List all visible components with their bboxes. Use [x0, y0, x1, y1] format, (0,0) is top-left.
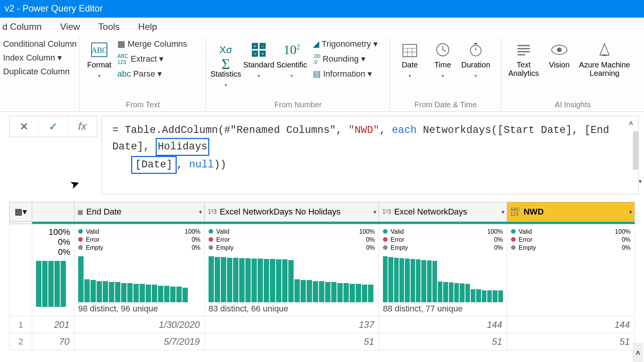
rounding-icon: .00.0: [313, 53, 320, 65]
info-icon: ▤: [313, 69, 321, 79]
conditional-column-button[interactable]: Conditional Column: [3, 39, 77, 49]
stub-error-pct: 0%: [58, 237, 70, 247]
ribbon: Conditional Column Index Column ▾ Duplic…: [0, 36, 644, 112]
group-from-number: From Number: [206, 100, 390, 109]
duration-icon: [467, 41, 485, 59]
noholidays-header[interactable]: 1²3 Excel NetworkDays No Holidays ▾: [205, 202, 379, 222]
aml-icon: [595, 41, 614, 59]
vision-button[interactable]: Vision: [543, 39, 576, 70]
extract-button[interactable]: ABC123Extract ▾: [117, 53, 187, 65]
format-icon: ABC: [90, 41, 108, 59]
standard-icon: +−÷×: [250, 41, 268, 59]
number-type-icon: 1²3: [382, 208, 391, 215]
data-rows: 12011/30/20201371441442705/7/2019515151: [9, 316, 639, 350]
noholidays-distinct: 83 distinct, 66 unique: [209, 304, 375, 314]
format-button[interactable]: ABC Format: [83, 39, 116, 80]
end-date-header[interactable]: ▦ End Date ▾: [74, 202, 205, 222]
svg-rect-10: [403, 44, 417, 57]
stub-valid-pct: 100%: [49, 227, 70, 237]
date-icon: [401, 41, 419, 59]
table-row[interactable]: 12011/30/2020137144144: [9, 316, 639, 333]
formula-bar: ✕ ✓ fx = Table.AddColumn(#"Renamed Colum…: [0, 112, 644, 202]
svg-text:+: +: [253, 44, 256, 49]
noholidays-sparkline: [209, 252, 375, 302]
rounding-button[interactable]: .00.0Rounding ▾: [313, 53, 378, 65]
information-button[interactable]: ▤Information ▾: [313, 69, 378, 79]
any-type-icon: ABC123: [510, 207, 521, 216]
window-title: v2 - Power Query Editor: [5, 3, 103, 13]
start-date-header-stub[interactable]: ▾: [32, 202, 74, 222]
tab-view[interactable]: View: [60, 21, 80, 32]
stub-empty-pct: 0%: [58, 247, 70, 257]
trig-icon: ◢: [313, 39, 319, 49]
svg-point-26: [557, 48, 562, 52]
time-button[interactable]: Time: [426, 39, 459, 80]
networkdays-header[interactable]: 1²3 Excel NetworkDays ▾: [379, 202, 507, 222]
group-ai-insights: AI Insights: [501, 100, 644, 109]
svg-rect-20: [474, 43, 477, 44]
data-preview: ▦▾ ▾ ▦ End Date ▾ 1²3 Excel NetworkDays …: [0, 202, 644, 350]
text-analytics-button[interactable]: Text Analytics: [504, 39, 543, 79]
group-from-datetime: From Date & Time: [390, 100, 501, 109]
parse-icon: abc: [117, 69, 131, 79]
group-from-text: From Text: [80, 100, 206, 109]
formula-editor[interactable]: = Table.AddColumn(#"Renamed Columns", "N…: [101, 116, 639, 194]
fx-button[interactable]: fx: [68, 116, 97, 137]
nwd-sparkline: [511, 252, 631, 302]
duration-button[interactable]: Duration: [459, 39, 492, 80]
cancel-formula-button[interactable]: ✕: [10, 116, 39, 137]
filter-icon[interactable]: ▾: [199, 208, 202, 216]
highlight-date: [Date]: [131, 156, 177, 174]
time-icon: [434, 41, 452, 59]
vertical-scrollbar[interactable]: ʌ: [632, 343, 643, 362]
trigonometry-button[interactable]: ◢Trigonometry ▾: [313, 39, 378, 49]
date-button[interactable]: Date: [393, 39, 426, 80]
filter-icon[interactable]: ▾: [629, 208, 632, 216]
number-type-icon: 1²3: [208, 208, 217, 215]
table-row[interactable]: 2705/7/2019515151: [9, 333, 639, 350]
start-stub-sparkline: [36, 257, 70, 307]
end-date-distinct: 98 distinct, 96 unique: [78, 304, 200, 314]
text-analytics-icon: [514, 41, 533, 59]
title-bar: v2 - Power Query Editor: [0, 0, 644, 18]
formula-scrollbar[interactable]: [633, 131, 638, 170]
duplicate-column-button[interactable]: Duplicate Column: [3, 67, 77, 77]
svg-text:−: −: [261, 44, 264, 49]
extract-icon: ABC123: [117, 53, 128, 65]
scientific-button[interactable]: 102 Scientific: [275, 39, 308, 80]
svg-text:ABC: ABC: [91, 46, 107, 54]
svg-text:×: ×: [261, 51, 264, 57]
merge-columns-button[interactable]: ▦Merge Columns: [117, 39, 187, 49]
azure-ml-button[interactable]: Azure Machine Learning: [576, 39, 633, 79]
svg-line-17: [443, 50, 446, 51]
highlight-holidays: Holidays: [156, 138, 209, 156]
tab-tools[interactable]: Tools: [98, 21, 120, 32]
menu-bar: d Column View Tools Help: [0, 18, 644, 36]
tab-help[interactable]: Help: [138, 21, 157, 32]
statistics-button[interactable]: Χσ Σ Statistics: [209, 39, 242, 90]
networkdays-distinct: 88 distinct, 77 unique: [383, 304, 503, 314]
scientific-icon: 102: [283, 41, 301, 59]
index-column-button[interactable]: Index Column ▾: [3, 53, 77, 63]
parse-button[interactable]: abcParse ▾: [117, 69, 187, 79]
end-date-sparkline: [78, 252, 200, 302]
networkdays-sparkline: [383, 252, 503, 302]
commit-formula-button[interactable]: ✓: [39, 116, 68, 137]
merge-icon: ▦: [117, 39, 125, 49]
filter-icon[interactable]: ▾: [639, 177, 642, 185]
tab-add-column[interactable]: d Column: [2, 21, 42, 32]
select-all-cell[interactable]: ▦▾: [9, 202, 32, 222]
date-type-icon: ▦: [77, 208, 83, 216]
nwd-header[interactable]: ABC123 NWD ▾: [507, 202, 635, 222]
filter-icon[interactable]: ▾: [373, 208, 376, 216]
standard-button[interactable]: +−÷× Standard: [242, 39, 275, 80]
filter-icon[interactable]: ▾: [501, 208, 504, 216]
expand-formula-button[interactable]: ʌ: [625, 118, 637, 129]
svg-text:÷: ÷: [254, 51, 256, 57]
vision-icon: [550, 41, 568, 59]
